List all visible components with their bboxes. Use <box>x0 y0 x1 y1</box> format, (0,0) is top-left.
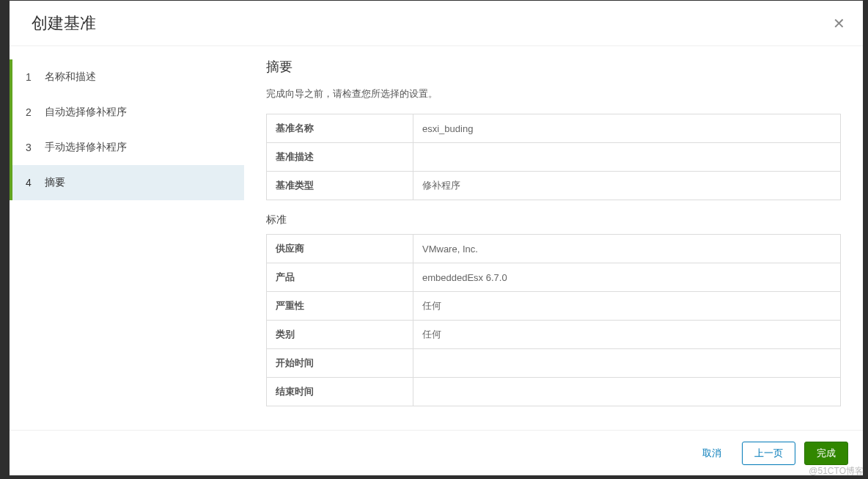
wizard-modal: 创建基准 ✕ 1 名称和描述 2 自动选择修补程序 3 手动选择修补程序 4 <box>9 0 864 476</box>
table-row: 基准名称esxi_buding <box>267 114 841 143</box>
criteria-section-label: 标准 <box>266 213 841 227</box>
step-number: 1 <box>26 71 45 83</box>
cell-value: VMware, Inc. <box>413 235 841 263</box>
step-label: 自动选择修补程序 <box>45 106 127 119</box>
summary-criteria-table: 供应商VMware, Inc. 产品embeddedEsx 6.7.0 严重性任… <box>266 234 841 406</box>
modal-title: 创建基准 <box>32 12 96 34</box>
cell-key: 类别 <box>267 321 413 349</box>
modal-body: 1 名称和描述 2 自动选择修补程序 3 手动选择修补程序 4 摘要 摘要 <box>10 46 863 430</box>
cell-value: 任何 <box>413 292 841 321</box>
table-row: 产品embeddedEsx 6.7.0 <box>267 263 841 292</box>
finish-button[interactable]: 完成 <box>804 442 848 465</box>
step-number: 2 <box>26 106 45 118</box>
modal-header: 创建基准 ✕ <box>10 1 863 46</box>
table-row: 严重性任何 <box>267 292 841 321</box>
step-manual-select-patches[interactable]: 3 手动选择修补程序 <box>10 130 244 165</box>
content-title: 摘要 <box>266 58 841 76</box>
cell-key: 供应商 <box>267 235 413 263</box>
table-row: 类别任何 <box>267 321 841 349</box>
cell-value <box>413 378 841 406</box>
summary-baseline-table: 基准名称esxi_buding 基准描述 基准类型修补程序 <box>266 114 841 200</box>
step-list: 1 名称和描述 2 自动选择修补程序 3 手动选择修补程序 4 摘要 <box>10 59 244 200</box>
cell-value <box>413 349 841 378</box>
step-label: 名称和描述 <box>45 70 96 84</box>
cell-key: 基准描述 <box>267 143 413 172</box>
step-name-description[interactable]: 1 名称和描述 <box>10 59 244 95</box>
table-row: 供应商VMware, Inc. <box>267 235 841 263</box>
modal-footer: 取消 上一页 完成 <box>10 430 863 475</box>
cell-key: 产品 <box>267 263 413 292</box>
cell-key: 基准名称 <box>267 114 413 143</box>
table-row: 基准类型修补程序 <box>267 172 841 200</box>
step-number: 4 <box>26 177 45 189</box>
cell-value: 修补程序 <box>413 172 841 200</box>
step-label: 摘要 <box>45 176 65 189</box>
step-number: 3 <box>26 142 45 153</box>
cell-key: 基准类型 <box>267 172 413 200</box>
step-summary[interactable]: 4 摘要 <box>10 165 244 200</box>
cell-value <box>413 143 841 172</box>
wizard-content: 摘要 完成向导之前，请检查您所选择的设置。 基准名称esxi_buding 基准… <box>244 46 863 430</box>
step-auto-select-patches[interactable]: 2 自动选择修补程序 <box>10 95 244 130</box>
cell-value: esxi_buding <box>413 114 841 143</box>
table-row: 基准描述 <box>267 143 841 172</box>
wizard-sidebar: 1 名称和描述 2 自动选择修补程序 3 手动选择修补程序 4 摘要 <box>10 46 244 430</box>
cell-key: 结束时间 <box>267 378 413 406</box>
table-row: 开始时间 <box>267 349 841 378</box>
cancel-button[interactable]: 取消 <box>691 442 733 465</box>
cell-key: 开始时间 <box>267 349 413 378</box>
cell-value: 任何 <box>413 321 841 349</box>
close-icon[interactable]: ✕ <box>833 16 845 31</box>
table-row: 结束时间 <box>267 378 841 406</box>
step-label: 手动选择修补程序 <box>45 141 127 154</box>
back-button[interactable]: 上一页 <box>742 442 795 465</box>
cell-key: 严重性 <box>267 292 413 321</box>
content-subtitle: 完成向导之前，请检查您所选择的设置。 <box>266 87 841 100</box>
cell-value: embeddedEsx 6.7.0 <box>413 263 841 292</box>
